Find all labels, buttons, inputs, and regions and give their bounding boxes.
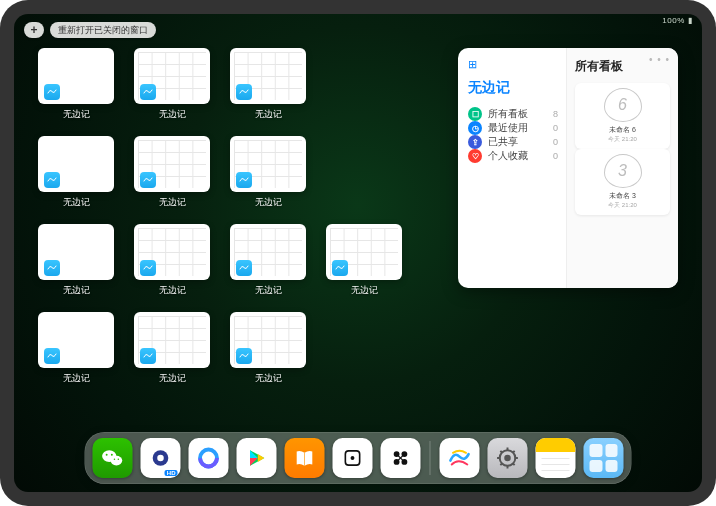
sidebar-item[interactable]: ◷ 最近使用 0 [468, 121, 558, 135]
dice-app[interactable] [333, 438, 373, 478]
category-label: 所有看板 [488, 107, 528, 121]
freeform-icon [236, 172, 252, 188]
thumb-preview [38, 136, 114, 192]
freeform-icon [332, 260, 348, 276]
window-thumb[interactable]: 无边记 [38, 224, 114, 304]
window-thumb[interactable]: 无边记 [326, 224, 402, 304]
settings-app[interactable] [488, 438, 528, 478]
wechat-app[interactable] [93, 438, 133, 478]
freeform-icon [236, 260, 252, 276]
thumb-label: 无边记 [159, 108, 186, 121]
thumb-preview [230, 224, 306, 280]
status-bar: 100% ▮ [662, 16, 692, 25]
window-thumb[interactable]: 无边记 [230, 312, 306, 392]
freeform-icon [236, 84, 252, 100]
svg-point-4 [114, 459, 116, 461]
category-label: 已共享 [488, 135, 518, 149]
restore-windows-button[interactable]: 重新打开已关闭的窗口 [50, 22, 156, 38]
thumb-label: 无边记 [159, 372, 186, 385]
category-label: 个人收藏 [488, 149, 528, 163]
svg-point-1 [111, 456, 123, 466]
svg-line-25 [500, 451, 502, 453]
ipad-frame: 100% ▮ + 重新打开已关闭的窗口 无边记 无边记 无边记 [0, 0, 716, 506]
sidebar-toggle-icon[interactable]: ⊞ [468, 58, 558, 71]
thumb-label: 无边记 [255, 284, 282, 297]
window-thumb[interactable]: 无边记 [134, 224, 210, 304]
window-grid: 无边记 无边记 无边记 无边记 无边记 [38, 48, 402, 432]
freeform-window[interactable]: • • • ⊞ 无边记 ☐ 所有看板 8◷ 最近使用 0⇪ 已共享 0♡ 个人收… [458, 48, 678, 288]
window-thumb[interactable]: 无边记 [230, 48, 306, 128]
board-card[interactable]: 6 未命名 6 今天 21:20 [575, 83, 670, 149]
thumb-label: 无边记 [255, 108, 282, 121]
window-thumb[interactable]: 无边记 [38, 136, 114, 216]
more-icon[interactable]: • • • [649, 54, 670, 65]
hd-badge: HD [165, 470, 178, 476]
play-store-app[interactable] [237, 438, 277, 478]
window-thumb[interactable]: 无边记 [134, 312, 210, 392]
books-app[interactable] [285, 438, 325, 478]
thumb-label: 无边记 [63, 284, 90, 297]
thumb-label: 无边记 [63, 108, 90, 121]
thumb-label: 无边记 [63, 372, 90, 385]
category-icon: ◷ [468, 121, 482, 135]
sidebar-item[interactable]: ⇪ 已共享 0 [468, 135, 558, 149]
thumb-preview [134, 312, 210, 368]
window-thumb[interactable]: 无边记 [134, 136, 210, 216]
doodle-icon: 3 [604, 154, 642, 188]
category-icon: ♡ [468, 149, 482, 163]
category-icon: ☐ [468, 107, 482, 121]
thumb-preview [134, 136, 210, 192]
boards-panel: 所有看板 6 未命名 6 今天 21:203 未命名 3 今天 21:20 [566, 48, 678, 288]
svg-point-20 [504, 455, 511, 462]
category-count: 0 [553, 151, 558, 161]
notes-app[interactable] [536, 438, 576, 478]
dock: HD [85, 432, 632, 484]
thumb-label: 无边记 [351, 284, 378, 297]
quark-app[interactable] [189, 438, 229, 478]
svg-point-3 [111, 454, 113, 456]
thumb-label: 无边记 [255, 196, 282, 209]
freeform-icon [140, 84, 156, 100]
thumb-label: 无边记 [255, 372, 282, 385]
thumb-preview [38, 312, 114, 368]
top-bar: + 重新打开已关闭的窗口 [24, 22, 156, 38]
thumb-preview [230, 136, 306, 192]
sidebar-item[interactable]: ♡ 个人收藏 0 [468, 149, 558, 163]
board-date: 今天 21:20 [608, 135, 637, 144]
thumb-label: 无边记 [63, 196, 90, 209]
category-count: 8 [553, 109, 558, 119]
thumb-label: 无边记 [159, 284, 186, 297]
category-count: 0 [553, 123, 558, 133]
connect-app[interactable] [381, 438, 421, 478]
window-thumb[interactable]: 无边记 [38, 312, 114, 392]
doodle-icon: 6 [604, 88, 642, 122]
window-thumb[interactable]: 无边记 [38, 48, 114, 128]
board-card[interactable]: 3 未命名 3 今天 21:20 [575, 149, 670, 215]
freeform-icon [44, 348, 60, 364]
window-thumb[interactable]: 无边记 [230, 224, 306, 304]
category-count: 0 [553, 137, 558, 147]
thumb-preview [230, 48, 306, 104]
quark-hd-app[interactable]: HD [141, 438, 181, 478]
window-thumb[interactable]: 无边记 [134, 48, 210, 128]
thumb-preview [134, 48, 210, 104]
app-title: 无边记 [468, 79, 558, 97]
thumb-preview [326, 224, 402, 280]
battery-icon: ▮ [688, 16, 693, 25]
svg-line-28 [500, 463, 502, 465]
app-folder[interactable] [584, 438, 624, 478]
thumb-label: 无边记 [159, 196, 186, 209]
window-thumb[interactable]: 无边记 [230, 136, 306, 216]
stage-manager: 无边记 无边记 无边记 无边记 无边记 [38, 48, 678, 432]
freeform-icon [44, 260, 60, 276]
svg-point-12 [351, 456, 355, 460]
add-button[interactable]: + [24, 22, 44, 38]
thumb-preview [134, 224, 210, 280]
category-icon: ⇪ [468, 135, 482, 149]
svg-line-26 [513, 463, 515, 465]
svg-point-5 [118, 459, 120, 461]
battery-label: 100% [662, 16, 684, 25]
svg-point-2 [106, 454, 108, 456]
freeform-app[interactable] [440, 438, 480, 478]
sidebar-item[interactable]: ☐ 所有看板 8 [468, 107, 558, 121]
